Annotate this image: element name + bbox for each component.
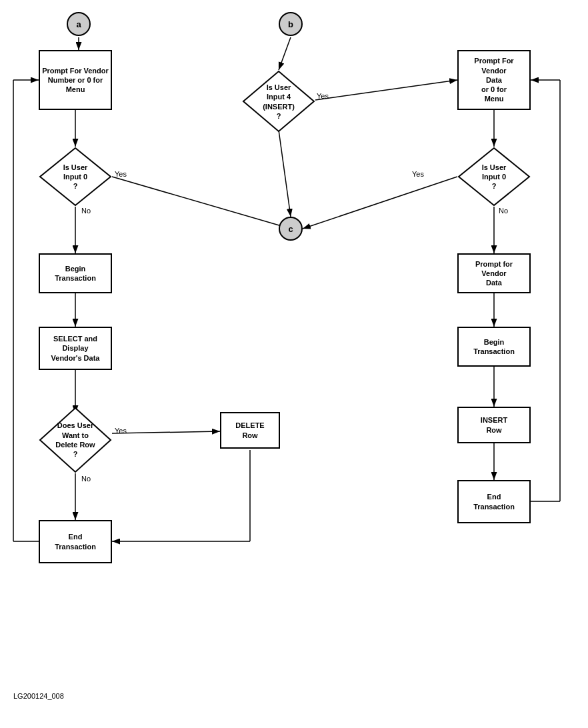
rect-select-display: SELECT andDisplayVendor's Data bbox=[39, 327, 112, 370]
circle-b: b bbox=[279, 12, 303, 36]
caption: LG200124_008 bbox=[13, 692, 64, 700]
rect-begin-transaction-right: BeginTransaction bbox=[457, 327, 531, 367]
label-yes-right-diamond: Yes bbox=[412, 170, 424, 178]
label-yes-left-diamond: Yes bbox=[115, 170, 127, 178]
label-no-delete: No bbox=[81, 475, 91, 483]
rect-end-transaction-left: EndTransaction bbox=[39, 520, 112, 563]
rect-begin-transaction-left: BeginTransaction bbox=[39, 253, 112, 293]
svg-line-3 bbox=[112, 177, 291, 229]
diamond-is-user-input-4: Is UserInput 4(INSERT)? bbox=[242, 70, 315, 133]
svg-line-7 bbox=[112, 431, 220, 433]
svg-line-16 bbox=[279, 130, 291, 217]
rect-prompt-vendor-data-top-right: Prompt ForVendorDataor 0 forMenu bbox=[457, 50, 531, 110]
diamond-is-user-input-0-right: Is UserInput 0? bbox=[457, 147, 531, 207]
rect-prompt-vendor-number: Prompt For Vendor Number or 0 for Menu bbox=[39, 50, 112, 110]
diamond-delete-row: Does UserWant toDelete Row? bbox=[39, 407, 112, 473]
rect-insert-row: INSERTRow bbox=[457, 407, 531, 443]
label-no-left-diamond: No bbox=[81, 207, 91, 215]
flowchart: a b c Prompt For Vendor Number or 0 for … bbox=[0, 0, 588, 707]
svg-line-15 bbox=[315, 80, 457, 100]
rect-delete-row: DELETERow bbox=[220, 412, 280, 449]
label-yes-delete: Yes bbox=[115, 427, 127, 435]
rect-prompt-vendor-data-right-small: Prompt forVendorData bbox=[457, 253, 531, 293]
label-yes-input4: Yes bbox=[317, 92, 329, 100]
svg-line-14 bbox=[279, 37, 291, 70]
diamond-is-user-input-0-left: Is UserInput 0? bbox=[39, 147, 112, 207]
rect-end-transaction-right: EndTransaction bbox=[457, 480, 531, 523]
label-no-right-diamond: No bbox=[499, 207, 508, 215]
circle-c: c bbox=[279, 217, 303, 241]
circle-a: a bbox=[67, 12, 91, 36]
svg-line-18 bbox=[303, 177, 457, 229]
